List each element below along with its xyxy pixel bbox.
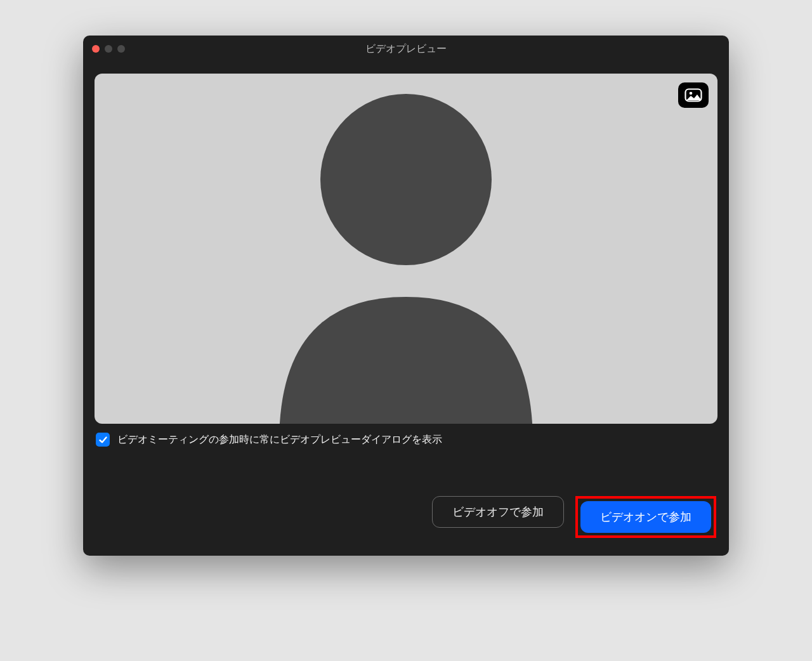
join-with-video-button[interactable]: ビデオオンで参加: [580, 501, 711, 533]
window-controls: [83, 45, 125, 53]
always-show-preview-checkbox[interactable]: [96, 433, 110, 447]
maximize-window-button[interactable]: [117, 45, 125, 53]
virtual-background-button[interactable]: [678, 82, 709, 108]
always-show-preview-row: ビデオミーティングの参加時に常にビデオプレビューダイアログを表示: [95, 433, 717, 447]
action-buttons: ビデオオフで参加 ビデオオンで参加: [95, 496, 717, 542]
video-preview-area: [95, 74, 717, 424]
highlight-annotation: ビデオオンで参加: [575, 496, 716, 538]
minimize-window-button[interactable]: [105, 45, 112, 53]
avatar-placeholder-icon: [244, 75, 568, 424]
window-title: ビデオプレビュー: [83, 43, 729, 56]
titlebar: ビデオプレビュー: [83, 36, 729, 62]
svg-point-2: [690, 92, 693, 95]
content-area: ビデオミーティングの参加時に常にビデオプレビューダイアログを表示 ビデオオフで参…: [83, 62, 729, 556]
checkmark-icon: [98, 435, 108, 445]
join-without-video-button[interactable]: ビデオオフで参加: [432, 496, 564, 528]
svg-point-0: [320, 94, 492, 265]
close-window-button[interactable]: [92, 45, 100, 53]
video-preview-window: ビデオプレビュー ビデオミーティングの参加時に常にビデオプレビ: [83, 36, 729, 556]
always-show-preview-label: ビデオミーティングの参加時に常にビデオプレビューダイアログを表示: [117, 433, 442, 447]
image-icon: [684, 88, 702, 102]
